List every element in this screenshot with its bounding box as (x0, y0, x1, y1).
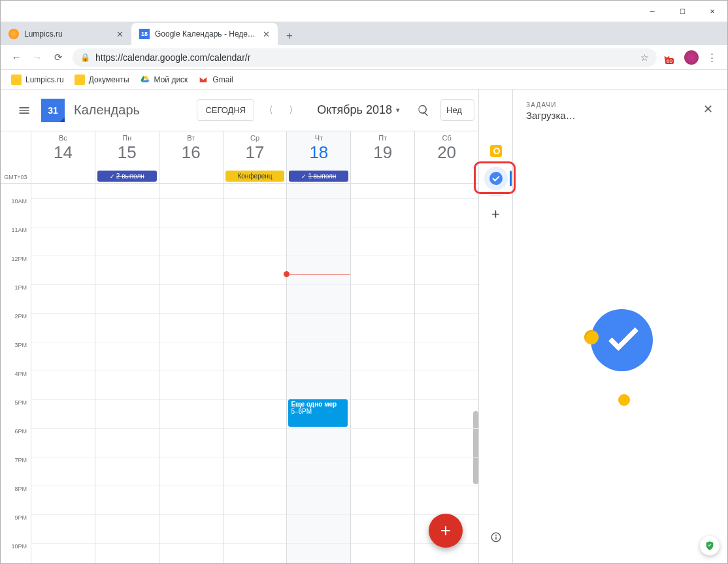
bookmark-item[interactable]: Документы (71, 72, 133, 88)
view-selector[interactable]: Нед (440, 99, 474, 121)
tasks-panel: ЗАДАЧИ Загрузка… ✕ (513, 90, 727, 563)
lock-icon: 🔒 (80, 53, 90, 62)
event-title: Еще одно мер (291, 401, 345, 408)
get-addons-button[interactable]: + (483, 201, 509, 227)
tab-title: Google Календарь - Неделя: 14 (155, 29, 256, 39)
tasks-close-button[interactable]: ✕ (700, 101, 716, 117)
tasks-loading-illustration (584, 309, 656, 381)
day-column[interactable] (159, 184, 223, 563)
allday-event-chip[interactable]: Конференц (225, 171, 285, 182)
day-header-row: GMT+03 Вс 14 Пн 15 ✓2 выполн Вт 16 Ср 17 (1, 131, 478, 184)
time-grid[interactable]: 10AM 11AM 12PM 1PM 2PM 3PM 4PM 5PM 6PM 7… (1, 184, 478, 563)
chrome-menu-button[interactable]: ⋮ (701, 47, 722, 68)
bookmarks-bar: Lumpics.ru Документы Мой диск Gmail (1, 70, 727, 90)
day-header[interactable]: Пт 19 (350, 131, 414, 183)
tab-close-button[interactable]: ✕ (114, 29, 125, 39)
bookmark-label: Lumpics.ru (25, 75, 64, 84)
day-column[interactable] (350, 184, 414, 563)
calendar-header: 31 Календарь СЕГОДНЯ 〈 〉 Октябрь 2018 ▾ … (1, 90, 478, 131)
window-maximize-button[interactable]: ☐ (667, 1, 697, 22)
time-gutter: 10AM 11AM 12PM 1PM 2PM 3PM 4PM 5PM 6PM 7… (1, 184, 31, 563)
bookmark-label: Gmail (212, 75, 233, 84)
tasks-eyebrow: ЗАДАЧИ (526, 101, 700, 108)
forward-button[interactable]: → (27, 47, 48, 68)
bookmark-item[interactable]: Lumpics.ru (7, 72, 68, 88)
allday-event-chip[interactable]: ✓2 выполн (97, 171, 157, 182)
day-column-today[interactable]: Еще одно мер 5–6PM (286, 184, 350, 563)
profile-avatar[interactable] (684, 50, 699, 65)
bookmark-item[interactable]: Мой диск (136, 72, 192, 88)
annotation-highlight (474, 161, 516, 194)
browser-tab-0[interactable]: Lumpics.ru ✕ (1, 23, 131, 45)
day-header-today[interactable]: Чт 18 ✓1 выполн (286, 131, 350, 183)
search-button[interactable] (410, 97, 437, 124)
folder-icon (74, 75, 85, 85)
day-column[interactable] (223, 184, 287, 563)
day-header[interactable]: Пн 15 ✓2 выполн (95, 131, 159, 183)
tasks-panel-header: ЗАДАЧИ Загрузка… ✕ (513, 90, 727, 126)
reload-button[interactable]: ⟳ (48, 47, 69, 68)
day-header[interactable]: Сб 20 (414, 131, 478, 183)
gmail-badge: 60 (665, 58, 674, 64)
security-extension-badge[interactable] (700, 536, 720, 556)
check-icon: ✓ (301, 173, 306, 180)
event-time: 5–6PM (291, 408, 345, 415)
calendar-app: 31 Календарь СЕГОДНЯ 〈 〉 Октябрь 2018 ▾ … (1, 90, 479, 563)
tab-strip: Lumpics.ru ✕ 18 Google Календарь - Недел… (1, 22, 727, 45)
app-title: Календарь (74, 103, 140, 118)
prev-period-button[interactable]: 〈 (258, 100, 279, 121)
tab-close-button[interactable]: ✕ (261, 29, 271, 39)
create-event-fab[interactable]: + (429, 514, 463, 548)
tasks-body (513, 126, 727, 563)
event-block[interactable]: Еще одно мер 5–6PM (288, 399, 348, 427)
window-minimize-button[interactable]: ─ (637, 1, 667, 22)
svg-point-1 (495, 535, 497, 536)
allday-event-chip[interactable]: ✓1 выполн (289, 171, 348, 182)
day-column[interactable] (31, 184, 95, 563)
keep-icon (490, 145, 502, 157)
toolbar: ← → ⟳ 🔒 https://calendar.google.com/cale… (1, 45, 727, 70)
day-column[interactable] (414, 184, 478, 563)
now-indicator (287, 274, 350, 274)
day-header[interactable]: Вс 14 (31, 131, 95, 183)
dropdown-icon: ▾ (396, 106, 400, 114)
svg-rect-2 (495, 537, 497, 540)
main-menu-button[interactable] (11, 97, 37, 124)
folder-icon (11, 75, 22, 85)
url-text: https://calendar.google.com/calendar/r (95, 52, 250, 63)
back-button[interactable]: ← (6, 47, 27, 68)
tasks-loading-label: Загрузка… (526, 110, 700, 121)
gmail-extension-icon[interactable]: 60 (663, 50, 679, 65)
favicon-icon: 18 (139, 29, 150, 39)
star-icon[interactable]: ☆ (640, 52, 649, 63)
timezone-label: GMT+03 (1, 131, 31, 183)
side-panel-rail: + (479, 90, 513, 563)
date-range-label[interactable]: Октябрь 2018 ▾ (308, 103, 406, 117)
bookmark-label: Мой диск (154, 75, 188, 84)
tab-title: Lumpics.ru (24, 29, 109, 39)
new-tab-button[interactable]: + (280, 27, 299, 45)
calendar-logo: 31 (41, 99, 65, 122)
address-bar[interactable]: 🔒 https://calendar.google.com/calendar/r… (73, 48, 657, 67)
window-titlebar: ─ ☐ ✕ (1, 1, 727, 22)
favicon-icon (8, 29, 19, 39)
divider (489, 195, 503, 196)
window-close-button[interactable]: ✕ (697, 1, 727, 22)
next-period-button[interactable]: 〉 (283, 100, 304, 121)
drive-icon (140, 75, 150, 85)
browser-tab-1[interactable]: 18 Google Календарь - Неделя: 14 ✕ (131, 23, 278, 45)
gmail-icon (198, 75, 208, 85)
today-button[interactable]: СЕГОДНЯ (197, 99, 254, 121)
day-header[interactable]: Вт 16 (159, 131, 223, 183)
check-icon: ✓ (110, 173, 115, 180)
bookmark-item[interactable]: Gmail (194, 72, 237, 88)
day-header[interactable]: Ср 17 Конференц (223, 131, 287, 183)
info-button[interactable] (480, 522, 512, 553)
day-column[interactable] (95, 184, 159, 563)
bookmark-label: Документы (89, 75, 129, 84)
